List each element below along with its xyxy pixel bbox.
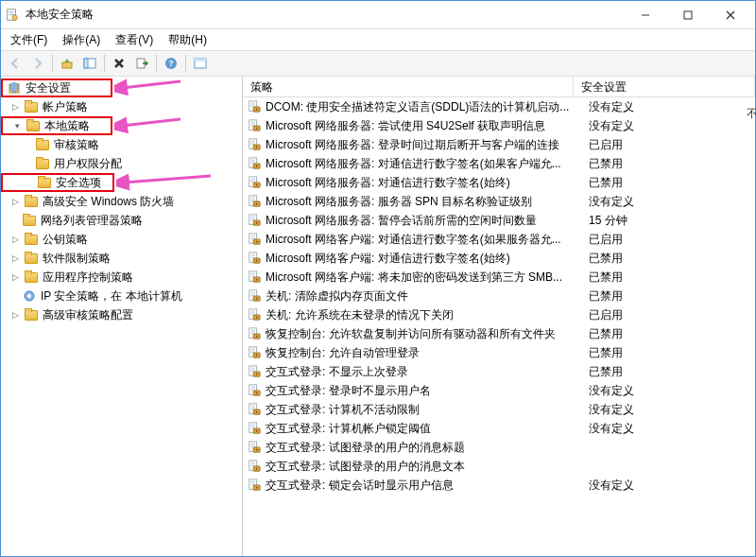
- expand-icon[interactable]: ▷: [9, 195, 22, 208]
- svg-rect-25: [251, 103, 255, 104]
- forward-button[interactable]: [27, 53, 48, 74]
- menu-action[interactable]: 操作(A): [57, 30, 106, 50]
- folder-icon: [35, 156, 50, 171]
- list-row[interactable]: 交互式登录: 试图登录的用户的消息标题: [243, 438, 755, 457]
- tree-label: 用户权限分配: [54, 156, 122, 172]
- tree-app-control[interactable]: ▷ 应用程序控制策略: [1, 268, 242, 287]
- list-row[interactable]: Microsoft 网络服务器: 对通信进行数字签名(如果客户端允...已禁用: [243, 154, 755, 173]
- list-body[interactable]: DCOM: 使用安全描述符定义语言(SDDL)语法的计算机启动...没有定义Mi…: [243, 97, 755, 556]
- list-row[interactable]: Microsoft 网络服务器: 对通信进行数字签名(始终)已禁用: [243, 173, 755, 192]
- tree-label: 本地策略: [44, 118, 90, 134]
- column-header-setting[interactable]: 安全设置: [574, 77, 755, 96]
- svg-point-149: [256, 487, 258, 489]
- policy-setting: 已禁用: [589, 251, 755, 267]
- tree-network-list[interactable]: 网络列表管理器策略: [1, 211, 242, 230]
- list-header: 策略 安全设置: [243, 77, 755, 97]
- tree-security-options[interactable]: 安全选项: [1, 173, 114, 192]
- list-row[interactable]: 交互式登录: 锁定会话时显示用户信息没有定义: [243, 476, 755, 495]
- svg-line-23: [124, 176, 211, 183]
- svg-rect-50: [251, 180, 255, 181]
- svg-rect-73: [251, 254, 255, 255]
- show-hide-tree-button[interactable]: [79, 53, 100, 74]
- minimize-button[interactable]: [624, 2, 666, 28]
- list-row[interactable]: Microsoft 网络服务器: 尝试使用 S4U2Self 获取声明信息没有定…: [243, 116, 755, 135]
- folder-icon: [24, 307, 39, 322]
- policy-item-icon: [247, 307, 262, 322]
- svg-rect-5: [684, 11, 692, 19]
- svg-rect-1: [9, 11, 14, 12]
- svg-point-83: [256, 279, 258, 281]
- folder-icon: [22, 213, 37, 228]
- menu-view[interactable]: 查看(V): [110, 30, 159, 50]
- svg-rect-91: [251, 311, 255, 312]
- expand-icon[interactable]: ▷: [9, 100, 22, 113]
- expand-icon[interactable]: ▷: [9, 308, 22, 322]
- svg-rect-146: [251, 482, 255, 483]
- list-row[interactable]: 交互式登录: 不显示上次登录已禁用: [243, 362, 755, 381]
- expand-icon[interactable]: ▷: [9, 270, 22, 284]
- svg-rect-110: [251, 369, 255, 370]
- policy-name: Microsoft 网络客户端: 对通信进行数字签名(如果服务器允...: [266, 232, 589, 248]
- tree-label: 应用程序控制策略: [43, 270, 133, 286]
- tree-public-key[interactable]: ▷ 公钥策略: [1, 230, 242, 249]
- maximize-button[interactable]: [666, 2, 709, 28]
- annotation-arrow: [114, 77, 190, 97]
- policy-item-icon: [247, 421, 262, 436]
- list-row[interactable]: 恢复控制台: 允许软盘复制并访问所有驱动器和所有文件夹已禁用: [243, 324, 755, 343]
- list-row[interactable]: 交互式登录: 登录时不显示用户名没有定义: [243, 381, 755, 400]
- collapse-icon[interactable]: ▾: [10, 119, 24, 132]
- policy-setting: 没有定义: [589, 402, 755, 418]
- policy-setting: 已禁用: [589, 175, 755, 191]
- tree-account-policies[interactable]: ▷ 帐户策略: [1, 97, 242, 116]
- close-button[interactable]: [709, 2, 751, 28]
- folder-icon: [24, 270, 39, 285]
- list-row[interactable]: Microsoft 网络客户端: 对通信进行数字签名(如果服务器允...已启用: [243, 230, 755, 249]
- svg-rect-122: [251, 407, 255, 408]
- svg-rect-140: [251, 463, 255, 464]
- policy-item-icon: [247, 402, 262, 417]
- svg-point-29: [256, 109, 258, 111]
- tree-local-policies[interactable]: ▾ 本地策略: [1, 116, 112, 135]
- help-button[interactable]: ?: [161, 53, 181, 74]
- tree-advanced-audit[interactable]: ▷ 高级审核策略配置: [1, 305, 242, 324]
- list-row[interactable]: 关机: 清除虚拟内存页面文件已禁用: [243, 287, 755, 305]
- tree-audit-policy[interactable]: 审核策略: [1, 135, 242, 154]
- list-row[interactable]: 交互式登录: 试图登录的用户的消息文本: [243, 457, 755, 476]
- tree-pane[interactable]: 安全设置 ▷ 帐户策略 ▾ 本地策略 审核策略 用户权限分配: [1, 77, 243, 556]
- tree-root-security-settings[interactable]: 安全设置: [1, 78, 112, 97]
- list-row[interactable]: 交互式登录: 计算机帐户锁定阈值没有定义: [243, 419, 755, 438]
- policy-name: Microsoft 网络客户端: 对通信进行数字签名(始终): [266, 251, 589, 267]
- menu-help[interactable]: 帮助(H): [163, 30, 213, 50]
- expand-icon[interactable]: ▷: [9, 252, 22, 265]
- tree-software-restriction[interactable]: ▷ 软件限制策略: [1, 249, 242, 268]
- policy-setting: 已禁用: [589, 345, 755, 361]
- list-row[interactable]: Microsoft 网络客户端: 将未加密的密码发送到第三方 SMB...已禁用: [243, 268, 755, 287]
- list-row[interactable]: 交互式登录: 计算机不活动限制没有定义: [243, 400, 755, 419]
- list-row[interactable]: Microsoft 网络服务器: 暂停会话前所需的空闲时间数量15 分钟: [243, 211, 755, 230]
- list-row[interactable]: DCOM: 使用安全描述符定义语言(SDDL)语法的计算机启动...没有定义: [243, 97, 755, 116]
- list-row[interactable]: Microsoft 网络服务器: 服务器 SPN 目标名称验证级别没有定义: [243, 192, 755, 211]
- svg-rect-98: [251, 331, 255, 332]
- tree-user-rights[interactable]: 用户权限分配: [1, 154, 242, 173]
- tree-label: 高级安全 Windows 防火墙: [43, 194, 174, 210]
- list-row[interactable]: 恢复控制台: 允许自动管理登录已禁用: [243, 343, 755, 362]
- policy-name: 交互式登录: 计算机不活动限制: [266, 402, 589, 418]
- tree-firewall[interactable]: ▷ 高级安全 Windows 防火墙: [1, 192, 242, 211]
- delete-button[interactable]: [109, 53, 129, 74]
- export-button[interactable]: [131, 53, 152, 74]
- policy-item-icon: [247, 251, 262, 266]
- policy-item-icon: [247, 270, 262, 285]
- list-row[interactable]: 关机: 允许系统在未登录的情况下关闭已启用: [243, 305, 755, 324]
- policy-item-icon: [247, 478, 262, 493]
- menu-file[interactable]: 文件(F): [5, 30, 53, 50]
- up-button[interactable]: [57, 53, 77, 74]
- tree-ipsec[interactable]: IP 安全策略，在 本地计算机: [1, 287, 242, 305]
- back-button[interactable]: [5, 53, 26, 74]
- list-row[interactable]: Microsoft 网络服务器: 登录时间过期后断开与客户端的连接已启用: [243, 135, 755, 154]
- list-row[interactable]: Microsoft 网络客户端: 对通信进行数字签名(始终)已禁用: [243, 249, 755, 268]
- expand-icon[interactable]: ▷: [9, 233, 22, 246]
- column-header-policy[interactable]: 策略: [243, 77, 574, 96]
- titlebar: 本地安全策略: [1, 1, 755, 29]
- properties-button[interactable]: [190, 53, 211, 74]
- policy-item-icon: [247, 364, 262, 379]
